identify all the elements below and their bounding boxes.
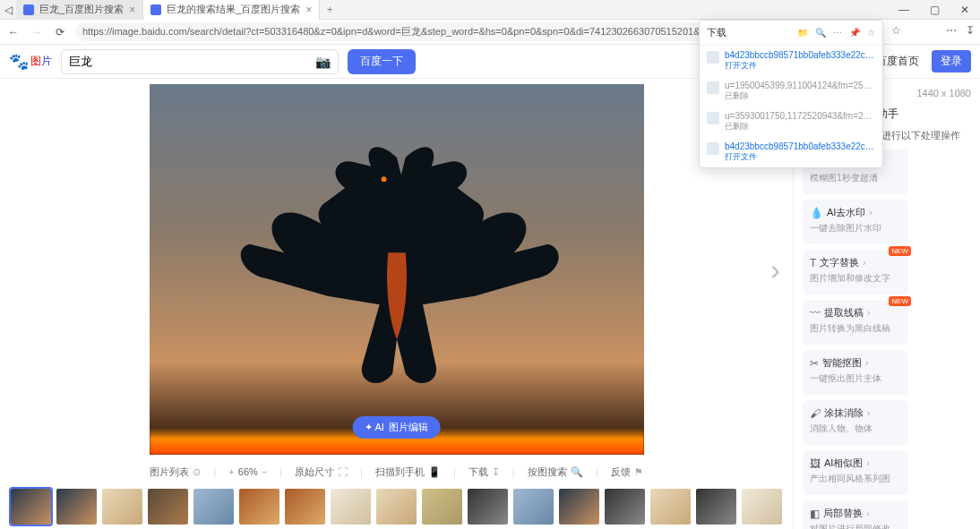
tool-search-by-image[interactable]: 按图搜索 🔍 (528, 465, 583, 479)
forward-button[interactable]: → (29, 24, 45, 40)
download-filename: u=1950045399,911004124&fm=253&fmt=auto&a… (725, 81, 875, 90)
thumbnail[interactable] (285, 489, 325, 525)
back-button[interactable]: ← (5, 24, 21, 40)
download-item[interactable]: b4d23bbccb98571bb0afeb333e22c4abe8a8ca75… (700, 137, 882, 167)
favicon-icon (150, 4, 161, 15)
thumbnail[interactable] (468, 489, 508, 525)
file-icon (707, 142, 719, 155)
chevron-right-icon: › (867, 308, 870, 318)
tool-feedback[interactable]: 反馈 ⚑ (611, 465, 643, 479)
badge: NEW (889, 296, 911, 306)
tab-1[interactable]: 巨龙_百度图片搜索 × (16, 0, 143, 20)
ai-edit-button[interactable]: ✦ AI 图片编辑 (352, 416, 441, 439)
downloads-pin-icon[interactable]: 📌 (849, 28, 860, 38)
download-item[interactable]: b4d23bbccb98571bb0afeb333e22c4abe8a8ca75… (700, 46, 882, 76)
close-icon[interactable]: × (129, 4, 135, 16)
file-icon (707, 112, 719, 124)
badge: NEW (889, 246, 911, 256)
card-desc: 模糊图1秒变超清 (810, 172, 901, 184)
close-icon[interactable]: × (305, 4, 312, 16)
ai-card-文字替换[interactable]: T 文字替换 ›图片增加和修改文字NEW (803, 250, 908, 294)
thumbnail[interactable] (148, 489, 188, 525)
download-filename: u=3593001750,1172520943&fm=253&fmt=auto&… (725, 111, 875, 121)
tab-title: 巨龙的搜索结果_百度图片搜索 (167, 3, 300, 16)
camera-icon[interactable]: 📷 (315, 55, 331, 69)
ai-card-AI相似图[interactable]: 🖼 AI相似图 ›产出相同风格系列图 (803, 450, 908, 495)
downloads-more-icon[interactable]: ⋯ (833, 28, 842, 38)
thumbnail[interactable] (193, 489, 234, 525)
login-button[interactable]: 登录 (932, 50, 971, 73)
download-item[interactable]: u=1950045399,911004124&fm=253&fmt=auto&a… (700, 76, 882, 107)
downloads-folder-icon[interactable]: 📁 (797, 28, 808, 38)
paw-icon: 🐾 (9, 52, 29, 72)
thumbnail[interactable] (742, 489, 782, 525)
ai-card-智能抠图[interactable]: ✂ 智能抠图 ›一键抠出图片主体 (803, 350, 908, 395)
ai-card-提取线稿[interactable]: 〰 提取线稿 ›图片转换为黑白线稿NEW (803, 300, 908, 345)
thumbnail[interactable] (422, 489, 462, 525)
downloads-search-icon[interactable]: 🔍 (815, 28, 826, 38)
baidu-logo[interactable]: 🐾 图片 (9, 52, 52, 72)
thumbnail[interactable] (239, 489, 279, 525)
tool-scan[interactable]: 扫描到手机 📱 (375, 465, 441, 479)
download-action[interactable]: 打开文件 (725, 151, 875, 163)
chevron-right-icon: › (865, 358, 868, 368)
close-window-button[interactable]: ✕ (950, 0, 980, 20)
downloads-star-icon[interactable]: ☆ (867, 28, 875, 38)
next-image-button[interactable]: › (761, 243, 789, 294)
svg-point-0 (381, 177, 386, 183)
tab-2[interactable]: 巨龙的搜索结果_百度图片搜索 × (143, 0, 320, 20)
thumbnail[interactable] (513, 489, 554, 525)
thumbnail[interactable] (559, 489, 599, 525)
main-image[interactable]: ✦ AI 图片编辑 (150, 84, 644, 455)
favorite-icon[interactable]: ☆ (891, 24, 901, 40)
tab-back[interactable]: ◁ (0, 2, 16, 18)
thumbnail[interactable] (102, 489, 142, 525)
download-action[interactable]: 已删除 (725, 121, 875, 132)
downloads-popup: 下载 📁 🔍 ⋯ 📌 ☆ b4d23bbccb98571bb0afeb333e2… (699, 20, 883, 168)
card-icon: ✂ (810, 357, 819, 370)
download-action[interactable]: 已删除 (725, 90, 875, 102)
chevron-right-icon: › (867, 408, 870, 418)
download-filename: b4d23bbccb98571bb0afeb333e22c4abe8a8ca75… (725, 50, 875, 60)
card-desc: 对图片进行局部修改 (810, 523, 901, 529)
chevron-right-icon: › (866, 508, 869, 518)
download-item[interactable]: u=3593001750,1172520943&fm=253&fmt=auto&… (700, 107, 882, 137)
tool-download[interactable]: 下载 ↧ (469, 465, 500, 479)
minimize-button[interactable]: — (889, 0, 919, 20)
menu-icon[interactable]: ↧ (966, 24, 975, 40)
thumbnail[interactable] (696, 489, 736, 525)
chevron-right-icon: › (869, 208, 872, 218)
thumbnail[interactable] (331, 489, 371, 525)
search-box[interactable]: 📷 (61, 49, 339, 74)
image-stage: ✦ AI 图片编辑 › (0, 79, 793, 459)
thumbnail[interactable] (11, 489, 51, 525)
card-desc: 图片增加和修改文字 (810, 272, 901, 285)
search-input[interactable] (69, 55, 315, 68)
download-filename: b4d23bbccb98571bb0afeb333e22c4abe8a8ca75… (725, 141, 875, 151)
tool-original-size[interactable]: 原始尺寸 ⛶ (295, 465, 348, 479)
ai-card-局部替换[interactable]: ◧ 局部替换 ›对图片进行局部修改 (803, 500, 908, 529)
ai-card-涂抹消除[interactable]: 🖌 涂抹消除 ›消除人物、物体 (803, 400, 908, 445)
tool-zoom[interactable]: + 66% − (228, 466, 267, 477)
thumbnail[interactable] (376, 489, 417, 525)
chevron-right-icon: › (863, 258, 865, 268)
card-desc: 消除人物、物体 (810, 422, 901, 435)
logo-text: 图片 (30, 54, 52, 69)
refresh-button[interactable]: ⟳ (52, 24, 68, 40)
thumbnail[interactable] (605, 489, 645, 525)
card-icon: 🖌 (810, 407, 821, 420)
download-action[interactable]: 打开文件 (725, 60, 875, 72)
tool-image-list[interactable]: 图片列表 ⊙ (150, 465, 201, 479)
extensions-icon[interactable]: ⋯ (946, 24, 957, 40)
new-tab-button[interactable]: + (320, 4, 340, 16)
downloads-title: 下载 (707, 26, 726, 39)
chevron-right-icon: › (866, 458, 869, 468)
thumbnail-strip (0, 484, 793, 529)
search-button[interactable]: 百度一下 (348, 49, 416, 74)
maximize-button[interactable]: ▢ (919, 0, 950, 20)
file-icon (707, 81, 719, 94)
image-viewer: ✦ AI 图片编辑 › 图片列表 ⊙ | + 66% − | 原始尺寸 ⛶ | … (0, 79, 793, 529)
ai-card-AI去水印[interactable]: 💧 AI去水印 ›一键去除图片水印 (803, 200, 908, 244)
thumbnail[interactable] (56, 489, 97, 525)
thumbnail[interactable] (650, 489, 691, 525)
